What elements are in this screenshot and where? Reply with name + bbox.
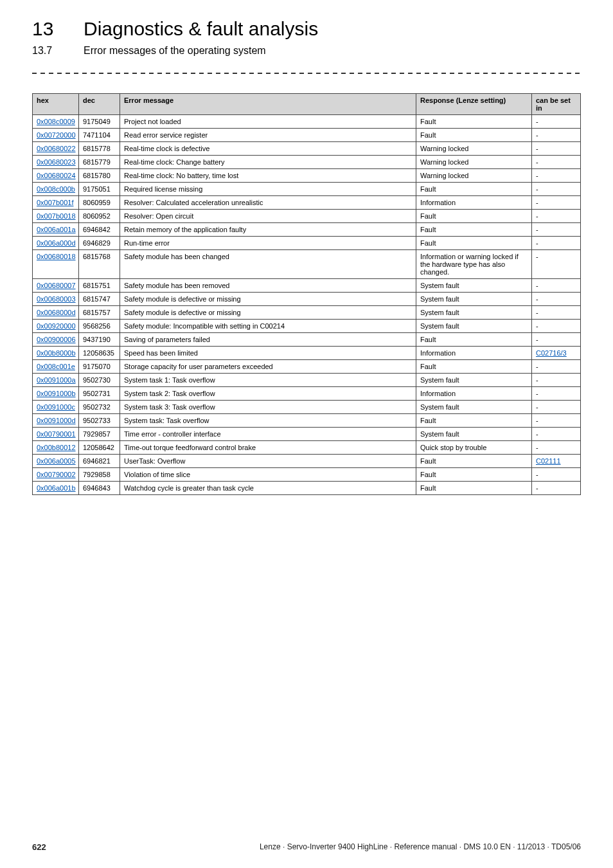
subsection-number: 13.7 xyxy=(32,45,64,57)
cell-response: Fault xyxy=(416,333,532,347)
hex-link[interactable]: 0x00680007 xyxy=(37,282,76,289)
cell-dec: 9502730 xyxy=(79,374,120,387)
cell-error-message: Time-out torque feedforward control brak… xyxy=(120,441,416,455)
hex-link[interactable]: 0x006a000d xyxy=(37,239,76,247)
table-header-row: hex dec Error message Response (Lenze se… xyxy=(33,94,581,115)
table-row: 0x009200009568256Safety module: Incompat… xyxy=(33,320,581,333)
hex-link[interactable]: 0x00680022 xyxy=(37,145,76,152)
table-row: 0x006800246815780Real-time clock: No bat… xyxy=(33,169,581,183)
cell-response: Fault xyxy=(416,414,532,428)
table-row: 0x007900027929858Violation of time slice… xyxy=(33,468,581,482)
cell-error-message: Project not loaded xyxy=(120,115,416,129)
cell-hex: 0x00680007 xyxy=(33,279,79,293)
table-row: 0x006a00056946821UserTask: OverflowFault… xyxy=(33,455,581,468)
hex-link[interactable]: 0x0091000c xyxy=(37,403,75,411)
hex-link[interactable]: 0x00b80012 xyxy=(37,444,76,451)
hex-link[interactable]: 0x0091000b xyxy=(37,390,76,397)
cell-can-be-set-in: - xyxy=(532,320,581,333)
table-row: 0x006800036815747Safety module is defect… xyxy=(33,293,581,306)
cell-response: Fault xyxy=(416,223,532,237)
cell-hex: 0x006a0005 xyxy=(33,455,79,468)
section-title: Diagnostics & fault analysis xyxy=(84,19,318,39)
table-row: 0x00b8001212058642Time-out torque feedfo… xyxy=(33,441,581,455)
hex-link[interactable]: 0x006a0005 xyxy=(37,457,76,465)
header-row: 13 Diagnostics & fault analysis xyxy=(32,19,581,39)
cell-dec: 12058642 xyxy=(79,441,120,455)
cell-error-message: Saving of parameters failed xyxy=(120,333,416,347)
hex-link[interactable]: 0x00b8000b xyxy=(37,349,76,357)
hex-link[interactable]: 0x00680018 xyxy=(37,253,76,260)
hex-link[interactable]: 0x00680003 xyxy=(37,295,76,303)
hex-link[interactable]: 0x007b0018 xyxy=(37,212,76,220)
cell-hex: 0x00720000 xyxy=(33,129,79,142)
cell-hex: 0x0091000d xyxy=(33,414,79,428)
cell-can-be-set-in: - xyxy=(532,210,581,223)
hex-link[interactable]: 0x008c0009 xyxy=(37,118,75,125)
hex-link[interactable]: 0x008c001e xyxy=(37,363,75,370)
hex-link[interactable]: 0x00900006 xyxy=(37,336,76,343)
set-link[interactable]: C02111 xyxy=(536,457,561,465)
col-header-hex: hex xyxy=(33,94,79,115)
hex-link[interactable]: 0x006a001a xyxy=(37,226,76,233)
hex-link[interactable]: 0x00920000 xyxy=(37,322,76,330)
table-row: 0x006a000d6946829Run-time errorFault- xyxy=(33,237,581,250)
cell-hex: 0x00790001 xyxy=(33,428,79,441)
cell-can-be-set-in: - xyxy=(532,169,581,183)
hex-link[interactable]: 0x00720000 xyxy=(37,131,76,139)
hex-link[interactable]: 0x008c000b xyxy=(37,185,75,193)
cell-hex: 0x008c000b xyxy=(33,183,79,196)
cell-can-be-set-in: - xyxy=(532,223,581,237)
cell-dec: 6815780 xyxy=(79,169,120,183)
cell-error-message: Safety module is defective or missing xyxy=(120,293,416,306)
table-row: 0x006a001b6946843Watchdog cycle is great… xyxy=(33,482,581,495)
cell-error-message: System task 1: Task overflow xyxy=(120,374,416,387)
hex-link[interactable]: 0x00680023 xyxy=(37,158,76,166)
cell-hex: 0x0091000a xyxy=(33,374,79,387)
cell-dec: 9175051 xyxy=(79,183,120,196)
table-row: 0x007200007471104Read error service regi… xyxy=(33,129,581,142)
cell-hex: 0x00b80012 xyxy=(33,441,79,455)
cell-hex: 0x00790002 xyxy=(33,468,79,482)
cell-dec: 9175070 xyxy=(79,360,120,374)
hex-link[interactable]: 0x0091000a xyxy=(37,376,76,384)
set-link[interactable]: C02716/3 xyxy=(536,349,567,357)
cell-dec: 6815778 xyxy=(79,142,120,156)
table-row: 0x006800076815751Safety module has been … xyxy=(33,279,581,293)
cell-error-message: Safety module: Incompatible with setting… xyxy=(120,320,416,333)
cell-can-be-set-in: - xyxy=(532,293,581,306)
cell-can-be-set-in: C02111 xyxy=(532,455,581,468)
cell-dec: 6815768 xyxy=(79,250,120,279)
col-header-dec: dec xyxy=(79,94,120,115)
cell-error-message: Resolver: Calculated acceleration unreal… xyxy=(120,196,416,210)
cell-hex: 0x00680023 xyxy=(33,156,79,169)
hex-link[interactable]: 0x007b001f xyxy=(37,199,74,206)
cell-response: Warning locked xyxy=(416,156,532,169)
hex-link[interactable]: 0x006a001b xyxy=(37,484,76,492)
hex-link[interactable]: 0x0068000d xyxy=(37,309,76,316)
hex-link[interactable]: 0x00790001 xyxy=(37,430,76,438)
hex-link[interactable]: 0x00680024 xyxy=(37,172,76,179)
cell-response: Information xyxy=(416,347,532,360)
table-row: 0x008c000b9175051Required license missin… xyxy=(33,183,581,196)
cell-hex: 0x00b8000b xyxy=(33,347,79,360)
cell-can-be-set-in: - xyxy=(532,468,581,482)
cell-response: Fault xyxy=(416,183,532,196)
cell-can-be-set-in: - xyxy=(532,401,581,414)
cell-hex: 0x006a001a xyxy=(33,223,79,237)
hex-link[interactable]: 0x0091000d xyxy=(37,417,76,424)
cell-error-message: Time error - controller interface xyxy=(120,428,416,441)
cell-hex: 0x00680003 xyxy=(33,293,79,306)
cell-dec: 6815747 xyxy=(79,293,120,306)
subsection-title: Error messages of the operating system xyxy=(84,45,266,57)
cell-error-message: Retain memory of the application faulty xyxy=(120,223,416,237)
cell-hex: 0x00680018 xyxy=(33,250,79,279)
section-number: 13 xyxy=(32,19,64,39)
table-row: 0x0091000c9502732System task 3: Task ove… xyxy=(33,401,581,414)
col-header-resp: Response (Lenze setting) xyxy=(416,94,532,115)
cell-dec: 6946842 xyxy=(79,223,120,237)
cell-response: System fault xyxy=(416,401,532,414)
cell-error-message: Safety module has been removed xyxy=(120,279,416,293)
cell-can-be-set-in: - xyxy=(532,482,581,495)
cell-response: Warning locked xyxy=(416,169,532,183)
hex-link[interactable]: 0x00790002 xyxy=(37,471,76,478)
